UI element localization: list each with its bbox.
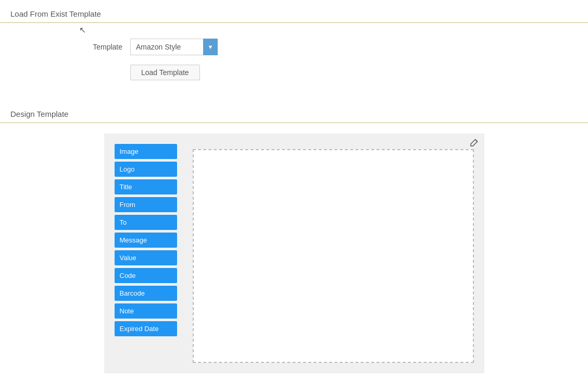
template-form-row: Template Amazon Style Classic Style Mode… (0, 33, 588, 60)
element-btn-logo[interactable]: Logo (115, 162, 177, 177)
element-btn-to[interactable]: To (115, 215, 177, 230)
element-btn-code[interactable]: Code (115, 268, 177, 283)
elements-panel: Image Logo Title From To Message Value C… (115, 144, 182, 363)
element-btn-expired-date[interactable]: Expired Date (115, 321, 177, 336)
canvas-drop-area[interactable] (193, 149, 474, 363)
load-exist-template-section: Load From Exist Template ↖ Template Amaz… (0, 0, 588, 100)
design-template-section: Design Template Image Logo Title From To… (0, 100, 588, 373)
template-select-wrapper: Amazon Style Classic Style Modern Style … (130, 39, 218, 55)
element-btn-note[interactable]: Note (115, 303, 177, 319)
design-canvas: Image Logo Title From To Message Value C… (104, 133, 484, 373)
load-section-title: Load From Exist Template (0, 0, 588, 23)
element-btn-title[interactable]: Title (115, 179, 177, 194)
design-section-title: Design Template (0, 100, 588, 123)
element-btn-message[interactable]: Message (115, 233, 177, 248)
dropdown-arrow-btn[interactable]: ▼ (203, 39, 218, 55)
load-button-row: Load Template (0, 60, 588, 84)
element-btn-from[interactable]: From (115, 197, 177, 212)
template-label: Template (62, 43, 130, 51)
element-btn-barcode[interactable]: Barcode (115, 286, 177, 301)
edit-icon[interactable] (470, 138, 479, 149)
design-canvas-wrapper: Image Logo Title From To Message Value C… (0, 133, 588, 373)
template-dropdown[interactable]: Amazon Style Classic Style Modern Style (130, 39, 203, 55)
element-btn-value[interactable]: Value (115, 250, 177, 265)
canvas-area (193, 144, 474, 363)
load-template-button[interactable]: Load Template (130, 65, 200, 80)
cursor-indicator: ↖ (79, 25, 86, 35)
element-btn-image[interactable]: Image (115, 144, 177, 159)
